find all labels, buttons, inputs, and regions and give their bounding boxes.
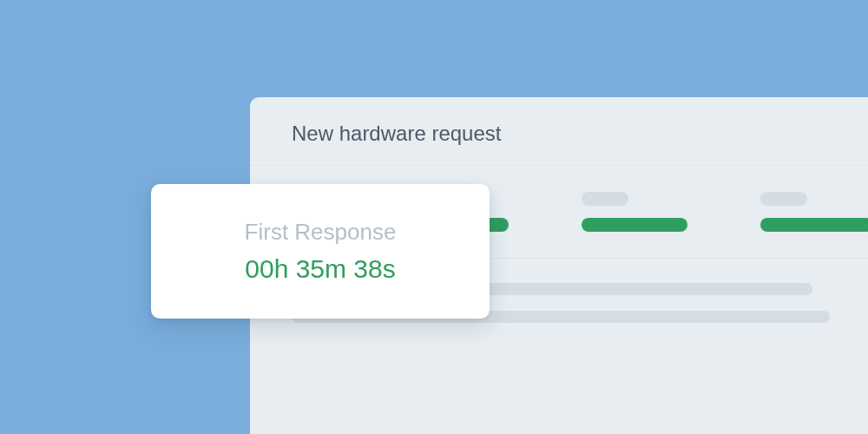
stat-value-bar (582, 218, 687, 232)
stat-label-placeholder (582, 192, 628, 206)
card-label: First Response (245, 219, 397, 246)
stat-value-bar (760, 218, 868, 232)
stat-item (582, 192, 687, 232)
stat-label-placeholder (760, 192, 807, 206)
stat-item (760, 192, 868, 232)
panel-header: New hardware request (250, 97, 868, 166)
first-response-card: First Response 00h 35m 38s (151, 184, 490, 319)
panel-title: New hardware request (292, 122, 833, 146)
card-time-value: 00h 35m 38s (245, 254, 395, 284)
